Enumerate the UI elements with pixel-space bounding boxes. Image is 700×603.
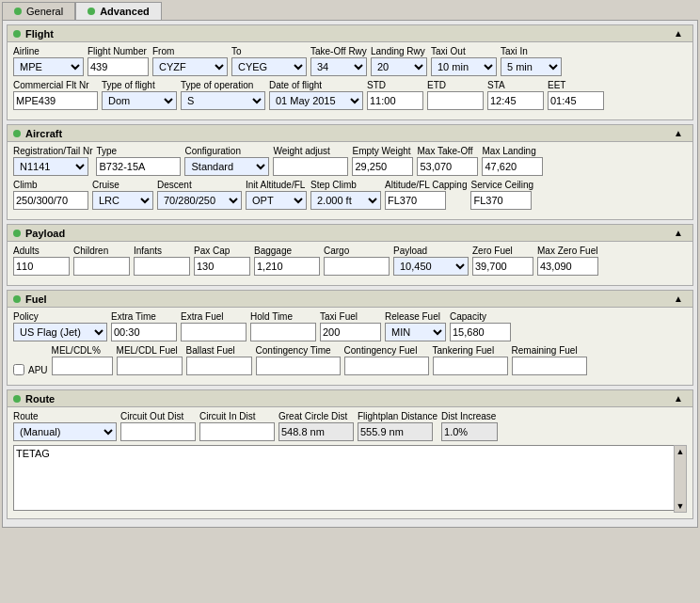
scroll-up-btn[interactable]: ▲ <box>675 446 686 457</box>
flight-section: Flight ▲ Airline MPE Flight Number From <box>7 24 693 120</box>
flight-title: Flight <box>25 28 54 40</box>
max-zero-fuel-input[interactable] <box>537 257 598 276</box>
cargo-input[interactable] <box>324 257 390 276</box>
config-select[interactable]: Standard <box>184 157 269 176</box>
ballast-fuel-input[interactable] <box>186 357 252 375</box>
eet-input[interactable] <box>548 91 604 110</box>
aircraft-type-input[interactable] <box>96 157 181 176</box>
landing-rwy-select[interactable]: 20 <box>371 57 427 76</box>
payload-select[interactable]: 10,450 <box>393 257 469 276</box>
flight-number-input[interactable] <box>88 57 149 76</box>
max-takeoff-input[interactable] <box>417 157 478 176</box>
tab-general[interactable]: General <box>2 2 75 20</box>
init-alt-select[interactable]: OPT <box>246 191 307 210</box>
children-input[interactable] <box>73 257 130 276</box>
scroll-down-btn[interactable]: ▼ <box>675 500 686 512</box>
textarea-scrollbar[interactable]: ▲ ▼ <box>674 445 687 513</box>
payload-row-1: Adults Children Infants Pax Cap Baggage <box>13 246 687 276</box>
sta-field: STA <box>487 80 544 110</box>
reg-label: Registration/Tail Nr <box>13 146 92 156</box>
std-input[interactable] <box>367 91 423 110</box>
mel-cdl-pct-label: MEL/CDL% <box>52 345 113 356</box>
contingency-time-input[interactable] <box>256 357 341 375</box>
fuel-collapse-btn[interactable]: ▲ <box>670 293 687 305</box>
empty-weight-input[interactable] <box>352 157 413 176</box>
fuel-section: Fuel ▲ Policy US Flag (Jet) Extra Time E… <box>7 290 693 386</box>
aircraft-type-label: Type <box>96 146 181 156</box>
circuit-in-input[interactable] <box>199 422 275 441</box>
airline-select[interactable]: MPE <box>13 57 84 76</box>
service-ceil-input[interactable] <box>470 191 532 210</box>
zero-fuel-input[interactable] <box>472 257 533 276</box>
circuit-in-label: Circuit In Dist <box>199 411 275 421</box>
reg-select[interactable]: N1141 <box>13 157 88 176</box>
general-dot <box>14 8 22 15</box>
date-of-flight-select[interactable]: 01 May 2015 <box>269 91 363 110</box>
max-takeoff-field: Max Take-Off <box>417 146 478 176</box>
tab-advanced[interactable]: Advanced <box>75 2 162 20</box>
flight-collapse-btn[interactable]: ▲ <box>670 27 687 40</box>
extra-time-field: Extra Time <box>111 311 177 341</box>
type-of-op-select[interactable]: S <box>181 91 265 110</box>
max-landing-input[interactable] <box>482 157 543 176</box>
policy-select[interactable]: US Flag (Jet) <box>13 323 107 341</box>
route-header: Route ▲ <box>8 390 692 407</box>
aircraft-type-field: Type <box>96 146 181 176</box>
type-of-flight-select[interactable]: Dom <box>102 91 177 110</box>
tankering-fuel-input[interactable] <box>433 357 508 375</box>
taxi-out-field: Taxi Out 10 min <box>431 46 497 76</box>
date-of-flight-label: Date of flight <box>269 80 363 90</box>
capacity-input[interactable] <box>450 323 511 341</box>
route-textarea[interactable] <box>13 445 687 511</box>
alt-capping-field: Altitude/FL Capping <box>385 180 467 210</box>
route-text-container: ▲ ▼ <box>13 445 687 513</box>
remaining-fuel-input[interactable] <box>512 357 587 375</box>
sta-input[interactable] <box>487 91 544 110</box>
contingency-fuel-input[interactable] <box>344 357 429 375</box>
weight-adj-input[interactable] <box>273 157 348 176</box>
extra-time-input[interactable] <box>111 323 177 341</box>
aircraft-title: Aircraft <box>25 128 62 139</box>
aircraft-section: Aircraft ▲ Registration/Tail Nr N1141 Ty… <box>7 124 693 220</box>
circuit-out-input[interactable] <box>120 422 196 441</box>
comm-flt-nr-field: Commercial Flt Nr <box>13 80 98 110</box>
adults-input[interactable] <box>13 257 70 276</box>
taxi-in-select[interactable]: 5 min <box>501 57 562 76</box>
mel-cdl-fuel-input[interactable] <box>117 357 183 375</box>
apu-checkbox[interactable] <box>13 364 24 375</box>
main-container: Flight ▲ Airline MPE Flight Number From <box>2 20 698 528</box>
climb-input[interactable] <box>13 191 88 210</box>
great-circle-field: Great Circle Dist <box>278 411 354 441</box>
release-fuel-select[interactable]: MIN <box>385 323 446 341</box>
init-alt-field: Init Altitude/FL OPT <box>246 180 307 210</box>
route-collapse-btn[interactable]: ▲ <box>670 392 687 405</box>
route-title: Route <box>25 393 55 405</box>
route-select[interactable]: (Manual) <box>13 422 117 441</box>
remaining-fuel-label: Remaining Fuel <box>512 345 587 356</box>
baggage-input[interactable] <box>254 257 320 276</box>
pax-cap-input[interactable] <box>194 257 250 276</box>
takeoff-rwy-label: Take-Off Rwy <box>310 46 367 56</box>
mel-cdl-pct-input[interactable] <box>52 357 113 375</box>
takeoff-rwy-select[interactable]: 34 <box>310 57 367 76</box>
hold-time-input[interactable] <box>250 323 316 341</box>
alt-capping-input[interactable] <box>385 191 446 210</box>
infants-input[interactable] <box>134 257 190 276</box>
from-select[interactable]: CYZF <box>152 57 228 76</box>
landing-rwy-label: Landing Rwy <box>371 46 427 56</box>
aircraft-collapse-btn[interactable]: ▲ <box>670 127 687 139</box>
config-field: Configuration Standard <box>184 146 269 176</box>
tab-advanced-label: Advanced <box>100 6 150 17</box>
extra-fuel-input[interactable] <box>181 323 247 341</box>
payload-collapse-btn[interactable]: ▲ <box>670 227 687 239</box>
step-climb-select[interactable]: 2.000 ft <box>310 191 381 210</box>
cruise-select[interactable]: LRC <box>92 191 153 210</box>
service-ceil-label: Service Ceiling <box>470 180 533 190</box>
dist-increase-input <box>441 422 498 441</box>
taxi-out-select[interactable]: 10 min <box>431 57 497 76</box>
etd-input[interactable] <box>427 91 484 110</box>
to-select[interactable]: CYEG <box>231 57 307 76</box>
comm-flt-nr-input[interactable] <box>13 91 98 110</box>
taxi-fuel-input[interactable] <box>320 323 381 341</box>
descent-select[interactable]: 70/280/250 <box>157 191 242 210</box>
